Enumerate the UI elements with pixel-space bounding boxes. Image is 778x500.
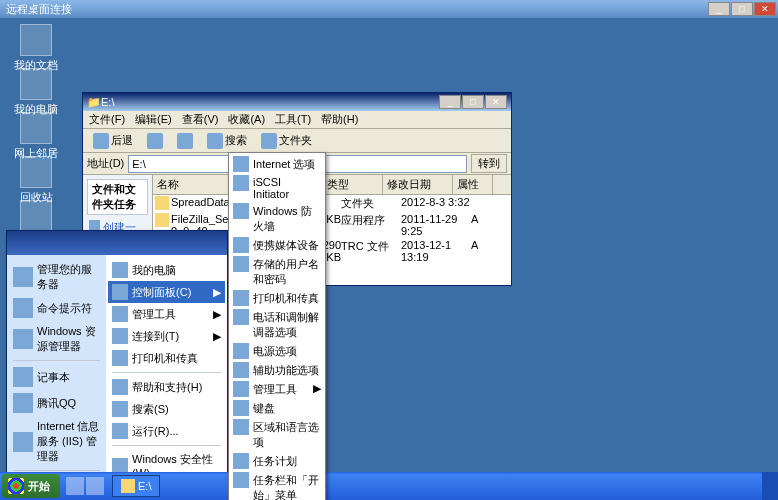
- up-button[interactable]: [173, 132, 197, 150]
- explorer-menubar: 文件(F) 编辑(E) 查看(V) 收藏(A) 工具(T) 帮助(H): [83, 111, 511, 129]
- cp-item[interactable]: 键盘: [231, 399, 323, 418]
- control-panel-submenu: Internet 选项iSCSI InitiatorWindows 防火墙便携媒…: [228, 152, 326, 500]
- go-button[interactable]: 转到: [471, 154, 507, 173]
- cp-item[interactable]: 任务计划: [231, 452, 323, 471]
- col-date[interactable]: 修改日期: [383, 175, 453, 194]
- ql-icon[interactable]: [86, 477, 104, 495]
- forward-button[interactable]: [143, 132, 167, 150]
- cp-item[interactable]: 便携媒体设备: [231, 236, 323, 255]
- sm-run[interactable]: 运行(R)...: [108, 420, 225, 442]
- explorer-maximize[interactable]: □: [462, 95, 484, 109]
- qq-icon: [13, 393, 33, 413]
- cp-item-icon: [233, 290, 249, 306]
- start-menu-left: 管理您的服务器 命令提示符 Windows 资源管理器 记事本 腾讯QQ Int…: [7, 255, 106, 500]
- tools-icon: [112, 306, 128, 322]
- column-headers: 名称 大小 类型 修改日期 属性: [153, 175, 511, 195]
- sm-notepad[interactable]: 记事本: [9, 364, 104, 390]
- cp-item[interactable]: 存储的用户名和密码: [231, 255, 323, 289]
- separator: [13, 470, 100, 471]
- computer-icon: [20, 68, 52, 100]
- taskbar-item-explorer[interactable]: E:\: [112, 475, 160, 497]
- back-icon: [93, 133, 109, 149]
- separator: [112, 372, 221, 373]
- desktop-icon-computer[interactable]: 我的电脑: [6, 68, 66, 117]
- col-type[interactable]: 类型: [323, 175, 383, 194]
- close-button[interactable]: ✕: [754, 2, 776, 16]
- documents-icon: [20, 24, 52, 56]
- maximize-button[interactable]: □: [731, 2, 753, 16]
- start-menu-right: 我的电脑 控制面板(C)▶ 管理工具▶ 连接到(T)▶ 打印机和传真 帮助和支持…: [106, 255, 227, 500]
- sm-mycomputer[interactable]: 我的电脑: [108, 259, 225, 281]
- sm-printers[interactable]: 打印机和传真: [108, 347, 225, 369]
- cp-item[interactable]: 打印机和传真: [231, 289, 323, 308]
- windows-icon: [8, 478, 24, 494]
- ql-icon[interactable]: [66, 477, 84, 495]
- explorer-close[interactable]: ✕: [485, 95, 507, 109]
- system-tray[interactable]: [762, 472, 778, 500]
- cp-item[interactable]: 辅助功能选项: [231, 361, 323, 380]
- menu-tools[interactable]: 工具(T): [275, 112, 311, 127]
- arrow-icon: ▶: [213, 330, 221, 343]
- help-icon: [112, 379, 128, 395]
- cp-item[interactable]: Internet 选项: [231, 155, 323, 174]
- cp-item[interactable]: iSCSI Initiator: [231, 174, 323, 202]
- cp-item-icon: [233, 156, 249, 172]
- explorer-minimize[interactable]: _: [439, 95, 461, 109]
- sm-admin-tools[interactable]: 管理工具▶: [108, 303, 225, 325]
- desktop-icon-recycle[interactable]: 回收站: [6, 156, 66, 205]
- cp-item[interactable]: 管理工具▶: [231, 380, 323, 399]
- cp-item[interactable]: 区域和语言选项: [231, 418, 323, 452]
- search-icon: [112, 401, 128, 417]
- menu-help[interactable]: 帮助(H): [321, 112, 358, 127]
- arrow-icon: ▶: [313, 382, 321, 395]
- sm-control-panel[interactable]: 控制面板(C)▶: [108, 281, 225, 303]
- arrow-icon: ▶: [213, 286, 221, 299]
- rdp-title: 远程桌面连接: [6, 2, 708, 17]
- sm-cmd[interactable]: 命令提示符: [9, 295, 104, 321]
- search-button[interactable]: 搜索: [203, 132, 251, 150]
- folder-icon: 📁: [87, 96, 101, 109]
- cp-item-icon: [233, 175, 249, 191]
- address-label: 地址(D): [87, 156, 124, 171]
- cp-item-icon: [233, 400, 249, 416]
- arrow-icon: ▶: [213, 308, 221, 321]
- cp-item[interactable]: 电话和调制解调器选项: [231, 308, 323, 342]
- cp-item[interactable]: 任务栏和「开始」菜单: [231, 471, 323, 500]
- start-menu-header: [7, 231, 227, 255]
- file-row[interactable]: SpreadData文件夹2012-8-3 3:32: [153, 195, 511, 212]
- desktop-icon-network[interactable]: 网上邻居: [6, 112, 66, 161]
- sm-manage-server[interactable]: 管理您的服务器: [9, 259, 104, 295]
- cp-item[interactable]: 电源选项: [231, 342, 323, 361]
- sm-qq[interactable]: 腾讯QQ: [9, 390, 104, 416]
- run-icon: [112, 423, 128, 439]
- up-icon: [177, 133, 193, 149]
- tasks-header: 文件和文件夹任务: [87, 179, 148, 215]
- sm-iis[interactable]: Internet 信息服务 (IIS) 管理器: [9, 416, 104, 467]
- printer-icon: [112, 350, 128, 366]
- cp-item-icon: [233, 256, 249, 272]
- sm-search[interactable]: 搜索(S): [108, 398, 225, 420]
- folders-button[interactable]: 文件夹: [257, 132, 316, 150]
- sm-help[interactable]: 帮助和支持(H): [108, 376, 225, 398]
- forward-icon: [147, 133, 163, 149]
- cp-item[interactable]: Windows 防火墙: [231, 202, 323, 236]
- sm-explorer[interactable]: Windows 资源管理器: [9, 321, 104, 357]
- menu-fav[interactable]: 收藏(A): [228, 112, 265, 127]
- cp-item-icon: [233, 381, 249, 397]
- menu-edit[interactable]: 编辑(E): [135, 112, 172, 127]
- cp-item-icon: [233, 419, 249, 435]
- back-button[interactable]: 后退: [89, 132, 137, 150]
- start-button[interactable]: 开始: [2, 474, 60, 498]
- cp-item-icon: [233, 362, 249, 378]
- col-attr[interactable]: 属性: [453, 175, 493, 194]
- menu-file[interactable]: 文件(F): [89, 112, 125, 127]
- menu-view[interactable]: 查看(V): [182, 112, 219, 127]
- server-icon: [13, 267, 33, 287]
- minimize-button[interactable]: _: [708, 2, 730, 16]
- taskbar: 开始 E:\: [0, 472, 778, 500]
- explorer-titlebar[interactable]: 📁 E:\ _ □ ✕: [83, 93, 511, 111]
- explorer-toolbar: 后退 搜索 文件夹: [83, 129, 511, 153]
- sm-connect[interactable]: 连接到(T)▶: [108, 325, 225, 347]
- iis-icon: [13, 432, 33, 452]
- desktop-icon-documents[interactable]: 我的文档: [6, 24, 66, 73]
